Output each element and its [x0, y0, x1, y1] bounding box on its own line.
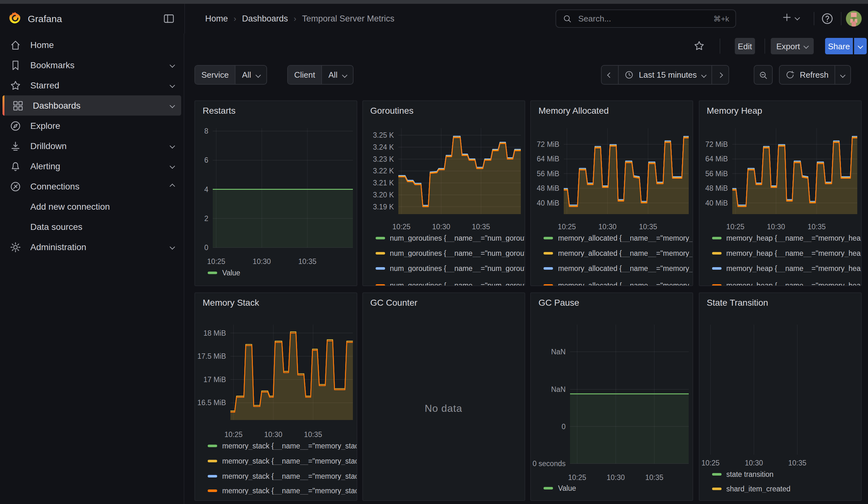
sidebar-item-starred[interactable]: Starred	[0, 75, 184, 95]
legend-series-label[interactable]: memory_stack {__name__="memory_stack"	[222, 472, 356, 480]
chevron-down-icon	[804, 43, 809, 49]
sidebar-item-alerting[interactable]: Alerting	[0, 156, 184, 176]
search-box[interactable]: ⌘+k	[556, 10, 736, 28]
legend-series-dash	[712, 487, 721, 490]
star-dashboard-icon[interactable]	[693, 40, 705, 52]
legend-series-label[interactable]: memory_heap {__name__="memory_heap"	[726, 282, 861, 286]
refresh-interval-button[interactable]	[835, 66, 850, 84]
sidebar-item-administration[interactable]: Administration	[0, 237, 184, 257]
sidebar-item-explore[interactable]: Explore	[0, 116, 184, 136]
client-variable-dropdown[interactable]: Client All	[287, 65, 353, 85]
time-range-picker[interactable]: Last 15 minutes	[619, 66, 712, 84]
svg-text:56 MiB: 56 MiB	[537, 169, 559, 178]
legend-series-label[interactable]: num_goroutines {__name__="num_goroutines…	[390, 249, 524, 257]
chevron-down-icon	[701, 72, 706, 78]
legend-series-label[interactable]: shard_item_created	[726, 485, 790, 493]
breadcrumb-dashboards[interactable]: Dashboards	[242, 14, 288, 23]
star-icon	[9, 79, 21, 91]
sidebar-item-bookmarks[interactable]: Bookmarks	[0, 55, 184, 75]
legend-series-label[interactable]: memory_heap {__name__="memory_heap"	[726, 265, 861, 272]
chevron-down-icon	[342, 72, 347, 78]
chevron-down-icon[interactable]	[170, 245, 175, 250]
legend-series-label[interactable]: num_goroutines {__name__="num_goroutines…	[390, 282, 524, 286]
refresh-button[interactable]: Refresh	[779, 66, 835, 84]
legend-series-label[interactable]: memory_stack {__name__="memory_stack"	[222, 457, 356, 465]
export-button[interactable]: Export	[771, 38, 814, 54]
legend-series-dash	[208, 460, 217, 462]
svg-text:3.22 K: 3.22 K	[373, 167, 394, 175]
legend-series-label[interactable]: memory_allocated {__name__="memory_alloc…	[558, 282, 693, 286]
time-range-label: Last 15 minutes	[639, 70, 697, 80]
legend-series-dash	[712, 473, 721, 475]
legend-series-dash	[544, 487, 553, 490]
svg-text:40 MiB: 40 MiB	[537, 199, 559, 207]
sidebar-item-home[interactable]: Home	[0, 35, 184, 55]
timeseries-chart[interactable]: 0246810:2510:3010:35	[195, 101, 356, 286]
service-variable-dropdown[interactable]: Service All	[194, 65, 267, 85]
svg-text:3.23 K: 3.23 K	[373, 155, 394, 163]
svg-text:10:35: 10:35	[298, 257, 317, 266]
zoom-out-button[interactable]	[754, 66, 772, 84]
svg-text:10:35: 10:35	[304, 430, 322, 439]
legend-series-label[interactable]: memory_allocated {__name__="memory_alloc…	[558, 234, 693, 242]
legend-series-label[interactable]: state transition	[726, 471, 774, 478]
timeseries-chart[interactable]: 16.5 MiB17 MiB17.5 MiB18 MiB10:2510:3010…	[195, 293, 356, 501]
legend-series-dash	[208, 490, 217, 492]
chevron-down-icon[interactable]	[170, 83, 175, 88]
top-navbar: Grafana Home › Dashboards › Temporal Ser…	[0, 4, 868, 34]
toolbar-divider	[720, 39, 720, 54]
sidebar-item-connections[interactable]: Connections	[0, 176, 184, 196]
user-avatar[interactable]	[846, 11, 862, 27]
legend-series-label[interactable]: Value	[558, 484, 576, 492]
dock-sidebar-icon[interactable]	[163, 13, 175, 25]
share-button[interactable]: Share	[825, 38, 853, 54]
legend-series-label[interactable]: num_goroutines {__name__="num_goroutines…	[390, 234, 524, 242]
legend-series-label[interactable]: Value	[222, 269, 240, 277]
search-input[interactable]	[577, 13, 708, 24]
svg-text:48 MiB: 48 MiB	[705, 184, 727, 192]
panel-title[interactable]: GC Counter	[370, 298, 417, 308]
chevron-down-icon[interactable]	[170, 103, 175, 108]
sidebar-item-drilldown[interactable]: Drilldown	[0, 136, 184, 156]
help-icon[interactable]	[821, 12, 834, 25]
chevron-up-icon[interactable]	[170, 184, 175, 189]
panel-restarts: Restarts0246810:2510:3010:35Value	[194, 101, 357, 286]
timeseries-chart[interactable]: NaNNaN00 seconds10:2510:3010:35	[531, 293, 693, 501]
time-shift-back-button[interactable]	[602, 66, 619, 84]
edit-button[interactable]: Edit	[735, 38, 755, 54]
legend-series-label[interactable]: memory_heap {__name__="memory_heap"	[726, 249, 861, 257]
legend-item: shard_item_created	[712, 484, 861, 494]
legend-series-label[interactable]: memory_allocated {__name__="memory_alloc…	[558, 249, 693, 257]
legend-series-label[interactable]: memory_stack {__name__="memory_stack"	[222, 442, 356, 450]
legend-series-label[interactable]: memory_heap {__name__="memory_heap"	[726, 234, 861, 242]
timeseries-chart[interactable]: 40 MiB48 MiB56 MiB64 MiB72 MiB10:2510:30…	[531, 101, 693, 286]
navbar-divider	[184, 4, 185, 33]
sidebar-item-dashboards[interactable]: Dashboards	[2, 95, 181, 116]
sidebar-item-label: Alerting	[30, 161, 60, 171]
sidebar-item-add-new-connection[interactable]: Add new connection	[0, 196, 184, 217]
panel-memory-heap: Memory Heap40 MiB48 MiB56 MiB64 MiB72 Mi…	[699, 101, 861, 286]
chevron-down-icon[interactable]	[170, 63, 175, 68]
grafana-logo-icon[interactable]	[8, 11, 22, 25]
legend-item: memory_stack {__name__="memory_stack"	[208, 486, 356, 496]
timeseries-chart[interactable]: 40 MiB48 MiB56 MiB64 MiB72 MiB10:2510:30…	[699, 101, 861, 286]
legend-series-dash	[712, 284, 721, 286]
legend-series-dash	[375, 267, 385, 270]
plug-icon	[9, 180, 21, 192]
chevron-down-icon[interactable]	[170, 143, 175, 149]
window-top-strip	[0, 0, 868, 4]
legend-item: memory_heap {__name__="memory_heap"	[712, 280, 861, 286]
timeseries-chart[interactable]: 3.19 K3.20 K3.21 K3.22 K3.23 K3.24 K3.25…	[363, 101, 524, 286]
time-shift-forward-button[interactable]	[712, 66, 728, 84]
chevron-down-icon[interactable]	[170, 164, 175, 169]
breadcrumb-home[interactable]: Home	[205, 14, 228, 23]
zoom-out-icon	[758, 70, 768, 80]
legend-series-label[interactable]: memory_stack {__name__="memory_stack"	[222, 487, 356, 495]
drilldown-icon	[9, 140, 21, 152]
legend-series-label[interactable]: memory_allocated {__name__="memory_alloc…	[558, 265, 693, 272]
panel-gc-counter: GC CounterNo data	[362, 292, 525, 501]
add-new-button[interactable]	[782, 12, 799, 23]
sidebar-item-data-sources[interactable]: Data sources	[0, 217, 184, 237]
legend-series-label[interactable]: num_goroutines {__name__="num_goroutines…	[390, 265, 524, 272]
share-menu-button[interactable]	[854, 38, 866, 54]
